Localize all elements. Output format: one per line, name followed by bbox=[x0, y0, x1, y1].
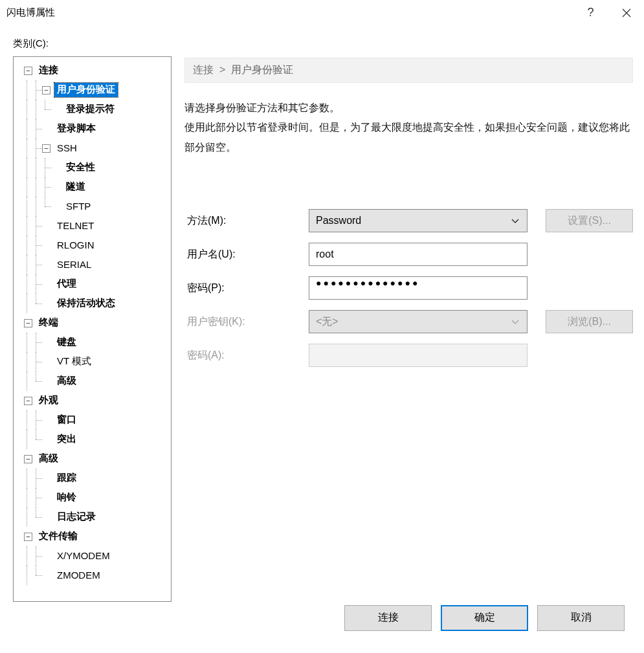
ok-button[interactable]: 确定 bbox=[441, 605, 528, 631]
close-button[interactable] bbox=[608, 1, 644, 25]
collapse-icon[interactable]: − bbox=[24, 455, 32, 463]
tree-item-trace[interactable]: 跟踪 bbox=[15, 469, 170, 488]
main-area: − 连接 − 用户身份验证 bbox=[13, 56, 634, 602]
tree-item-highlight[interactable]: 突出 bbox=[15, 430, 170, 449]
password-input[interactable]: ●●●●●●●●●●●●●● bbox=[309, 276, 527, 300]
description-line1: 请选择身份验证方法和其它参数。 bbox=[184, 98, 633, 118]
tree-item-bell[interactable]: 响铃 bbox=[15, 488, 170, 507]
username-label: 用户名(U): bbox=[184, 248, 301, 261]
tree-item-window[interactable]: 窗口 bbox=[15, 410, 170, 430]
tree-item-connection[interactable]: − 连接 bbox=[15, 61, 170, 80]
description-line2: 使用此部分以节省登录时间。但是，为了最大限度地提高安全性，如果担心安全问题，建议… bbox=[184, 118, 633, 157]
tree-item-proxy[interactable]: 代理 bbox=[15, 274, 170, 294]
collapse-icon[interactable]: − bbox=[24, 533, 32, 541]
collapse-icon[interactable]: − bbox=[24, 397, 32, 405]
method-select[interactable]: Password bbox=[309, 209, 527, 232]
titlebar: 闪电博属性 ? bbox=[0, 0, 644, 26]
password-value: ●●●●●●●●●●●●●● bbox=[316, 278, 419, 288]
tree-item-telnet[interactable]: TELNET bbox=[15, 216, 170, 236]
tree-item-advanced[interactable]: − 高级 bbox=[15, 449, 170, 469]
tree-item-logging[interactable]: 日志记录 bbox=[15, 507, 170, 527]
tree-item-keepalive[interactable]: 保持活动状态 bbox=[15, 294, 170, 313]
tree-item-terminal[interactable]: − 终端 bbox=[15, 313, 170, 333]
breadcrumb-sep: > bbox=[219, 64, 225, 75]
tree-item-tunnel[interactable]: 隧道 bbox=[15, 177, 170, 197]
breadcrumb-root: 连接 bbox=[193, 64, 214, 75]
tree-item-vt-mode[interactable]: VT 模式 bbox=[15, 352, 170, 371]
tree-item-security[interactable]: 安全性 bbox=[15, 158, 170, 177]
userkey-select: <无> bbox=[309, 310, 527, 333]
row-password: 密码(P): ●●●●●●●●●●●●●● bbox=[184, 276, 633, 300]
tree-item-xymodem[interactable]: X/YMODEM bbox=[15, 546, 170, 566]
connect-button[interactable]: 连接 bbox=[344, 605, 432, 631]
help-button[interactable]: ? bbox=[573, 1, 608, 25]
row-username: 用户名(U): bbox=[184, 243, 633, 266]
tree-item-appearance[interactable]: − 外观 bbox=[15, 391, 170, 410]
dialog-footer: 连接 确定 取消 bbox=[13, 602, 634, 643]
settings-panel: 连接 > 用户身份验证 请选择身份验证方法和其它参数。 使用此部分以节省登录时间… bbox=[184, 56, 634, 602]
row-method: 方法(M): Password 设置(S)... bbox=[184, 209, 633, 232]
settings-button: 设置(S)... bbox=[546, 209, 633, 232]
collapse-icon[interactable]: − bbox=[42, 86, 50, 94]
username-input[interactable] bbox=[309, 243, 527, 266]
row-userkey: 用户密钥(K): <无> 浏览(B)... bbox=[184, 310, 633, 333]
method-label: 方法(M): bbox=[184, 214, 301, 228]
passphrase-label: 密码(A): bbox=[184, 349, 301, 362]
window-title: 闪电博属性 bbox=[6, 6, 573, 19]
chevron-down-icon bbox=[511, 316, 519, 327]
tree-item-user-auth[interactable]: − 用户身份验证 bbox=[15, 80, 170, 100]
properties-dialog: 闪电博属性 ? 类别(C): − 连接 bbox=[0, 0, 644, 653]
close-icon bbox=[622, 8, 631, 17]
chevron-down-icon bbox=[511, 215, 519, 227]
tree-item-sftp[interactable]: SFTP bbox=[15, 197, 170, 216]
cancel-button[interactable]: 取消 bbox=[537, 605, 625, 631]
tree-item-login-script[interactable]: 登录脚本 bbox=[15, 119, 170, 138]
tree-item-rlogin[interactable]: RLOGIN bbox=[15, 236, 170, 255]
description: 请选择身份验证方法和其它参数。 使用此部分以节省登录时间。但是，为了最大限度地提… bbox=[184, 98, 633, 157]
category-tree[interactable]: − 连接 − 用户身份验证 bbox=[13, 56, 172, 602]
tree-item-zmodem[interactable]: ZMODEM bbox=[15, 566, 170, 585]
tree-item-ssh[interactable]: − SSH bbox=[15, 138, 170, 158]
collapse-icon[interactable]: − bbox=[24, 319, 32, 327]
tree-item-file-transfer[interactable]: − 文件传输 bbox=[15, 527, 170, 546]
row-passphrase: 密码(A): bbox=[184, 344, 633, 367]
content-area: 类别(C): − 连接 − 用户身份验证 bbox=[0, 26, 644, 653]
collapse-icon[interactable]: − bbox=[24, 67, 32, 75]
tree-item-terminal-advanced[interactable]: 高级 bbox=[15, 371, 170, 391]
browse-button: 浏览(B)... bbox=[546, 310, 633, 333]
userkey-value: <无> bbox=[316, 315, 339, 329]
method-value: Password bbox=[316, 215, 361, 227]
titlebar-controls: ? bbox=[573, 1, 644, 25]
password-label: 密码(P): bbox=[184, 282, 301, 295]
breadcrumb: 连接 > 用户身份验证 bbox=[184, 58, 633, 83]
tree-item-login-prompt[interactable]: 登录提示符 bbox=[15, 100, 170, 119]
tree-item-serial[interactable]: SERIAL bbox=[15, 255, 170, 274]
tree-item-keyboard[interactable]: 键盘 bbox=[15, 333, 170, 352]
passphrase-input bbox=[309, 344, 527, 367]
category-label: 类别(C): bbox=[13, 38, 634, 50]
collapse-icon[interactable]: − bbox=[42, 144, 50, 153]
userkey-label: 用户密钥(K): bbox=[184, 315, 301, 329]
breadcrumb-current: 用户身份验证 bbox=[231, 64, 293, 75]
